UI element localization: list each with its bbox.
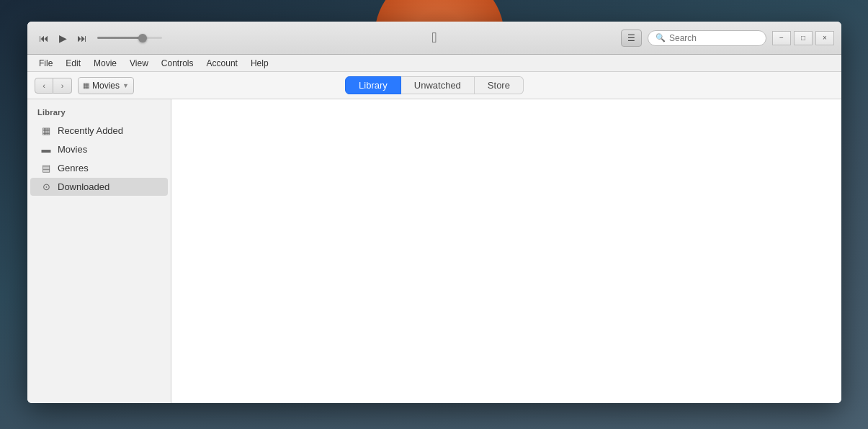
search-icon: 🔍 (656, 33, 666, 42)
tab-bar: Library Unwatched Store (345, 76, 524, 94)
list-view-icon: ☰ (627, 33, 635, 43)
sidebar-item-label-downloaded: Downloaded (58, 181, 109, 192)
search-input[interactable] (669, 33, 756, 43)
tab-store[interactable]: Store (475, 76, 524, 94)
titlebar-right: ☰ 🔍 − □ × (621, 30, 834, 47)
nav-forward-button[interactable]: › (53, 78, 72, 94)
fast-forward-button[interactable]: ⏭ (73, 30, 91, 47)
nav-arrows: ‹ › (35, 78, 72, 94)
volume-slider[interactable] (97, 37, 162, 39)
downloaded-icon: ⊙ (40, 181, 52, 192)
sidebar-item-genres[interactable]: ▤ Genres (30, 159, 168, 177)
menu-view[interactable]: View (124, 57, 154, 70)
sidebar-item-downloaded[interactable]: ⊙ Downloaded (30, 178, 168, 196)
sidebar-section-title: Library (27, 105, 171, 121)
search-box: 🔍 (648, 30, 766, 46)
nav-back-button[interactable]: ‹ (35, 78, 53, 94)
sidebar-item-label-genres: Genres (58, 163, 89, 173)
genres-icon: ▤ (40, 163, 52, 173)
menu-edit[interactable]: Edit (60, 57, 86, 70)
sidebar-item-movies[interactable]: ▬ Movies (30, 140, 168, 158)
menu-help[interactable]: Help (245, 57, 274, 70)
category-label: Movies (92, 81, 120, 91)
close-button[interactable]: × (815, 31, 834, 45)
sidebar-item-label-movies: Movies (58, 144, 87, 155)
play-button[interactable]: ▶ (55, 30, 71, 47)
recently-added-icon: ▦ (40, 125, 52, 136)
main-content: Library ▦ Recently Added ▬ Movies ▤ Genr… (27, 99, 841, 403)
volume-track (97, 37, 162, 39)
volume-thumb (138, 34, 147, 42)
minimize-button[interactable]: − (772, 31, 791, 45)
sidebar-item-label-recently-added: Recently Added (58, 125, 123, 136)
rewind-button[interactable]: ⏮ (35, 30, 53, 47)
menu-controls[interactable]: Controls (156, 57, 200, 70)
movies-icon: ▬ (40, 144, 52, 155)
menu-movie[interactable]: Movie (88, 57, 122, 70)
tab-unwatched[interactable]: Unwatched (401, 76, 475, 94)
content-area (171, 99, 841, 403)
tab-library[interactable]: Library (345, 76, 401, 94)
titlebar: ⏮ ▶ ⏭  ☰ 🔍 − □ × (27, 22, 841, 55)
menu-file[interactable]: File (33, 57, 58, 70)
window-controls: − □ × (772, 31, 834, 45)
menu-account[interactable]: Account (201, 57, 243, 70)
toolbar: ‹ › ▦ Movies ▼ Library Unwatched Store (27, 72, 841, 99)
itunes-window: ⏮ ▶ ⏭  ☰ 🔍 − □ × File (27, 22, 841, 403)
category-icon: ▦ (83, 81, 89, 89)
sidebar: Library ▦ Recently Added ▬ Movies ▤ Genr… (27, 99, 171, 403)
list-view-button[interactable]: ☰ (621, 30, 642, 47)
playback-controls: ⏮ ▶ ⏭ (35, 30, 91, 47)
maximize-button[interactable]: □ (794, 31, 813, 45)
category-select[interactable]: ▦ Movies ▼ (78, 77, 134, 94)
sidebar-item-recently-added[interactable]: ▦ Recently Added (30, 122, 168, 140)
menubar: File Edit Movie View Controls Account He… (27, 55, 841, 72)
apple-logo:  (431, 30, 437, 46)
category-chevron-icon: ▼ (122, 82, 129, 89)
